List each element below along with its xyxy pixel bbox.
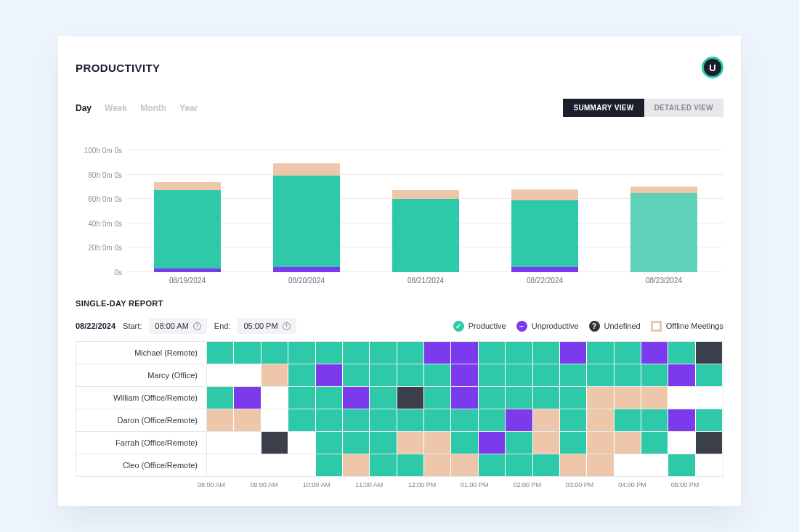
timeline-cell[interactable] [316,409,343,431]
timeline-cell[interactable] [397,432,424,454]
timeline-cell[interactable] [696,364,723,386]
timeline-cell[interactable] [668,342,695,364]
timeline-cell[interactable] [587,432,614,454]
timeline-cell[interactable] [696,387,723,409]
timeline-cell[interactable] [560,454,587,476]
timeline-cell[interactable] [397,409,424,431]
timeline-cell[interactable] [316,387,343,409]
timeline-cell[interactable] [479,387,506,409]
timeline-cell[interactable] [641,409,668,431]
detailed-view-button[interactable]: DETAILED VIEW [644,99,724,117]
timeline-cell[interactable] [424,432,451,454]
timeline-cell[interactable] [343,364,370,386]
timeline-cell[interactable] [397,387,424,409]
timeline-cell[interactable] [533,364,560,386]
timeline-cell[interactable] [641,364,668,386]
timeline-cell[interactable] [288,342,315,364]
timeline-cell[interactable] [560,409,587,431]
timeline-cell[interactable] [615,364,641,386]
timeline-cell[interactable] [560,387,587,409]
end-time-picker[interactable]: 05:00 PM [238,318,296,334]
tab-day[interactable]: Day [76,103,92,113]
timeline-cell[interactable] [451,364,478,386]
timeline-cell[interactable] [288,364,315,386]
timeline-cell[interactable] [506,364,532,386]
timeline-cell[interactable] [370,387,397,409]
timeline-cell[interactable] [288,432,315,454]
timeline-cell[interactable] [316,342,343,364]
timeline-cell[interactable] [479,364,506,386]
timeline-cell[interactable] [207,364,234,386]
timeline-cell[interactable] [343,387,370,409]
timeline-cell[interactable] [560,342,587,364]
timeline-cell[interactable] [533,387,560,409]
timeline-cell[interactable] [587,342,614,364]
timeline-cell[interactable] [234,342,261,364]
timeline-cell[interactable] [261,409,288,431]
timeline-cell[interactable] [615,454,641,476]
timeline-cell[interactable] [479,432,506,454]
timeline-cell[interactable] [615,432,641,454]
timeline-cell[interactable] [207,387,234,409]
timeline-cell[interactable] [370,409,397,431]
timeline-cell[interactable] [370,364,397,386]
chart-bar[interactable] [154,182,221,272]
timeline-cell[interactable] [668,387,695,409]
timeline-cell[interactable] [506,387,532,409]
timeline-cell[interactable] [316,364,343,386]
timeline-cell[interactable] [587,387,614,409]
timeline-cell[interactable] [397,342,424,364]
timeline-cell[interactable] [234,454,261,476]
timeline-cell[interactable] [234,432,261,454]
timeline-cell[interactable] [506,409,532,431]
timeline-cell[interactable] [587,454,614,476]
chart-bar[interactable] [511,189,578,272]
timeline-cell[interactable] [424,409,451,431]
timeline-cell[interactable] [560,432,587,454]
timeline-cell[interactable] [451,409,478,431]
tab-week[interactable]: Week [105,103,127,113]
chart-bar[interactable] [392,190,459,272]
timeline-cell[interactable] [370,342,397,364]
timeline-cell[interactable] [696,342,723,364]
timeline-cell[interactable] [261,342,288,364]
timeline-cell[interactable] [615,409,641,431]
timeline-cell[interactable] [424,364,451,386]
timeline-cell[interactable] [451,342,478,364]
timeline-cell[interactable] [696,432,723,454]
timeline-cell[interactable] [479,454,506,476]
timeline-cell[interactable] [451,432,478,454]
chart-bar[interactable] [630,187,697,272]
timeline-cell[interactable] [316,454,343,476]
timeline-cell[interactable] [397,364,424,386]
timeline-cell[interactable] [234,364,261,386]
timeline-cell[interactable] [696,454,723,476]
timeline-cell[interactable] [261,432,288,454]
timeline-cell[interactable] [343,342,370,364]
timeline-cell[interactable] [479,342,506,364]
timeline-cell[interactable] [533,409,560,431]
timeline-cell[interactable] [234,409,261,431]
timeline-cell[interactable] [424,342,451,364]
timeline-cell[interactable] [207,409,234,431]
timeline-cell[interactable] [615,387,641,409]
chart-bar[interactable] [273,163,340,272]
timeline-cell[interactable] [288,387,315,409]
timeline-cell[interactable] [424,387,451,409]
timeline-cell[interactable] [479,409,506,431]
timeline-cell[interactable] [343,409,370,431]
timeline-cell[interactable] [261,387,288,409]
timeline-cell[interactable] [316,432,343,454]
timeline-cell[interactable] [207,454,234,476]
timeline-cell[interactable] [506,432,532,454]
timeline-cell[interactable] [587,364,614,386]
timeline-cell[interactable] [288,454,315,476]
timeline-cell[interactable] [207,342,234,364]
timeline-cell[interactable] [668,364,695,386]
timeline-cell[interactable] [533,342,560,364]
tab-year[interactable]: Year [179,103,198,113]
timeline-cell[interactable] [451,454,478,476]
timeline-cell[interactable] [397,454,424,476]
timeline-cell[interactable] [668,409,695,431]
timeline-cell[interactable] [343,432,370,454]
